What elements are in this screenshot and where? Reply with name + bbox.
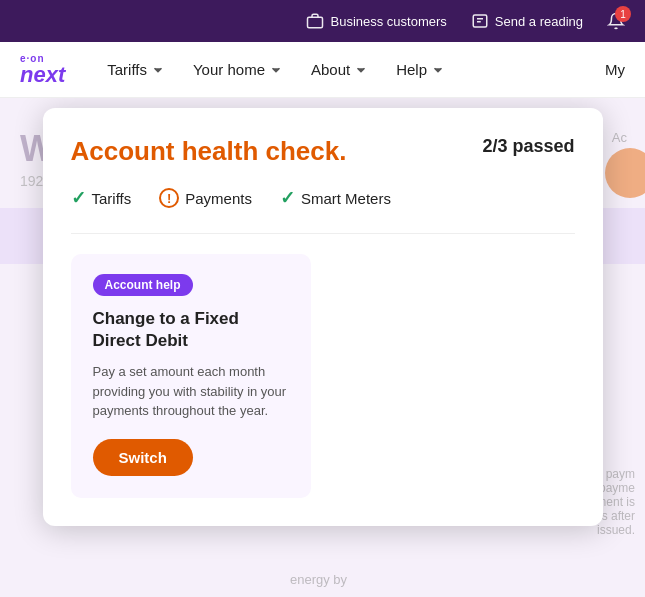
business-customers-label: Business customers (330, 14, 446, 29)
modal-card: Account help Change to a Fixed Direct De… (71, 254, 311, 498)
card-badge: Account help (93, 274, 193, 296)
check-warn-icon: ! (159, 188, 179, 208)
page-background: Wo 192 G Ac t paym payme ment is s after… (0, 98, 645, 597)
check-item-smart-meters: ✓ Smart Meters (280, 187, 391, 209)
logo-next: next (20, 64, 65, 86)
logo[interactable]: e·on next (20, 53, 65, 86)
check-pass-icon-2: ✓ (280, 187, 295, 209)
nav-items: Tariffs Your home About Help (95, 42, 605, 98)
chevron-down-icon (354, 63, 368, 77)
switch-button[interactable]: Switch (93, 439, 193, 476)
chevron-down-icon (151, 63, 165, 77)
modal-score: 2/3 passed (482, 136, 574, 157)
modal-title: Account health check. (71, 136, 347, 167)
check-item-payments: ! Payments (159, 188, 252, 208)
check-payments-label: Payments (185, 190, 252, 207)
modal-overlay: Account health check. 2/3 passed ✓ Tarif… (0, 98, 645, 597)
nav-your-home[interactable]: Your home (181, 42, 295, 98)
nav-bar: e·on next Tariffs Your home About Help M… (0, 42, 645, 98)
nav-tariffs[interactable]: Tariffs (95, 42, 177, 98)
svg-rect-0 (308, 17, 323, 28)
notification-count: 1 (615, 6, 631, 22)
nav-about[interactable]: About (299, 42, 380, 98)
top-bar: Business customers Send a reading 1 (0, 0, 645, 42)
briefcase-icon (306, 12, 324, 30)
chevron-down-icon (431, 63, 445, 77)
health-check-modal: Account health check. 2/3 passed ✓ Tarif… (43, 108, 603, 526)
send-reading-link[interactable]: Send a reading (471, 12, 583, 30)
check-items: ✓ Tariffs ! Payments ✓ Smart Meters (71, 187, 575, 209)
card-title: Change to a Fixed Direct Debit (93, 308, 289, 352)
modal-header: Account health check. 2/3 passed (71, 136, 575, 167)
card-description: Pay a set amount each month providing yo… (93, 362, 289, 421)
chevron-down-icon (269, 63, 283, 77)
notification-bell[interactable]: 1 (607, 12, 625, 30)
check-pass-icon: ✓ (71, 187, 86, 209)
send-reading-label: Send a reading (495, 14, 583, 29)
nav-help[interactable]: Help (384, 42, 457, 98)
modal-divider (71, 233, 575, 234)
check-smart-meters-label: Smart Meters (301, 190, 391, 207)
business-customers-link[interactable]: Business customers (306, 12, 446, 30)
check-item-tariffs: ✓ Tariffs (71, 187, 132, 209)
nav-my[interactable]: My (605, 61, 625, 78)
check-tariffs-label: Tariffs (92, 190, 132, 207)
meter-icon (471, 12, 489, 30)
